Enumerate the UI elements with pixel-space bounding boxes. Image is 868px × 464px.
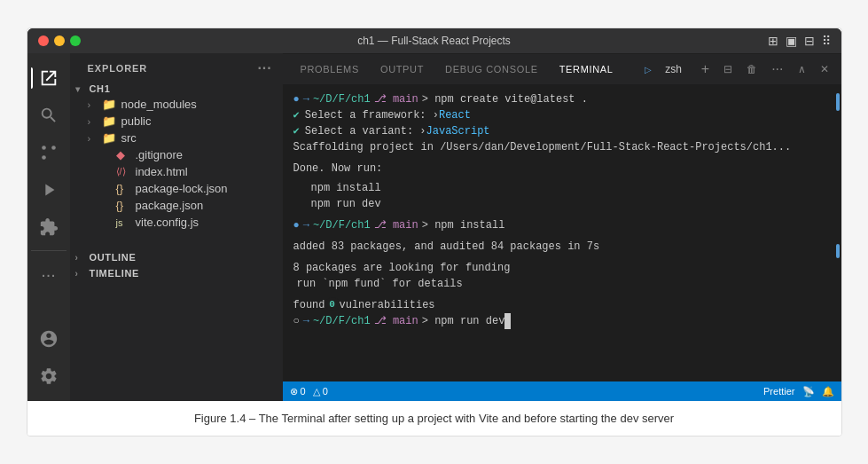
error-icon: ⊗ <box>290 386 298 397</box>
tree-item-node-modules[interactable]: › 📁 node_modules <box>70 96 283 113</box>
outline-chevron: › <box>75 253 90 263</box>
more-icon[interactable]: ⠿ <box>822 34 831 48</box>
svg-point-2 <box>42 145 46 150</box>
panel-tab-controls: ▷ zsh + ⊟ 🗑 ··· ∧ ✕ <box>634 59 834 79</box>
tab-output[interactable]: OUTPUT <box>370 54 434 85</box>
public-label: public <box>121 114 152 128</box>
sidebar: EXPLORER ··· ▾ CH1 › 📁 node_modules › 📁 <box>70 53 283 401</box>
activity-run-icon[interactable] <box>31 172 66 208</box>
terminal-line-2: ✔ Select a framework: › React <box>293 107 831 123</box>
gitignore-label: .gitignore <box>136 148 183 161</box>
split-terminal-icon[interactable]: ⊟ <box>718 61 738 77</box>
package-json-icon: {} <box>116 199 132 212</box>
terminal-line-18: found 0 vulnerabilities <box>293 297 831 313</box>
folder-icon: 📁 <box>102 98 118 111</box>
terminal-content[interactable]: ● → ~/D/F/ch1 ⎇ main > npm create vite@l… <box>283 84 841 381</box>
src-label: src <box>121 131 137 145</box>
tree-item-vite-config[interactable]: js vite.config.js <box>70 214 283 231</box>
editor-layout-icon[interactable]: ▣ <box>786 34 797 48</box>
path-1: ~/D/F/ch1 <box>313 91 371 107</box>
vscode-body: ··· EXPLORER <box>27 53 841 401</box>
panel-collapse-icon[interactable]: ∧ <box>793 61 811 77</box>
activity-explorer-icon[interactable] <box>31 60 66 96</box>
terminal-line-15: 8 packages are looking for funding <box>293 260 831 276</box>
path-11: ~/D/F/ch1 <box>313 217 371 233</box>
tab-debug-console[interactable]: DEBUG CONSOLE <box>434 54 549 85</box>
json-icon: {} <box>116 182 132 195</box>
bullet-11: ● <box>293 217 300 233</box>
terminal-more-icon[interactable]: ··· <box>766 59 788 79</box>
scaffolding-text: Scaffolding project in /Users/dan/Develo… <box>293 139 792 155</box>
maximize-button[interactable] <box>70 35 81 46</box>
window-title: ch1 — Full-Stack React Projects <box>357 35 511 47</box>
branch-19: main <box>393 315 418 327</box>
sidebar-toggle-icon[interactable]: ⊞ <box>768 34 778 48</box>
arrow-11: → <box>303 217 309 233</box>
activity-bar-bottom <box>31 321 66 401</box>
tree-item-public[interactable]: › 📁 public <box>70 113 283 130</box>
close-button[interactable] <box>38 35 49 46</box>
minimize-button[interactable] <box>54 35 65 46</box>
broadcast-icon[interactable]: 📡 <box>802 386 815 397</box>
ch1-section-header[interactable]: ▾ CH1 <box>70 80 283 96</box>
activity-more-icon[interactable]: ··· <box>31 256 66 292</box>
tree-item-gitignore[interactable]: ◆ .gitignore <box>70 146 283 163</box>
activity-bar: ··· <box>27 53 70 401</box>
package-json-label: package.json <box>136 199 204 212</box>
tree-item-package-json[interactable]: {} package.json <box>70 197 283 214</box>
grid-icon[interactable]: ⊟ <box>804 34 815 48</box>
branch-icon-1: ⎇ main <box>374 91 418 107</box>
tab-problems[interactable]: PROBLEMS <box>290 54 370 85</box>
sidebar-more-button[interactable]: ··· <box>258 60 272 76</box>
activity-divider <box>31 250 66 251</box>
branch-icon-11: ⎇ main <box>374 217 418 233</box>
add-terminal-icon[interactable]: + <box>696 59 715 79</box>
prettier-button[interactable]: Prettier <box>763 386 794 397</box>
activity-search-icon[interactable] <box>31 98 66 133</box>
editor-area: PROBLEMS OUTPUT DEBUG CONSOLE TERMINAL ▷ <box>283 53 841 401</box>
terminal-cursor <box>504 313 511 329</box>
git-icon: ◆ <box>116 148 132 161</box>
ch1-chevron-icon: ▾ <box>75 84 90 94</box>
window-title-icons: ⊞ ▣ ⊟ ⠿ <box>768 34 831 48</box>
panel-tabs: PROBLEMS OUTPUT DEBUG CONSOLE TERMINAL ▷ <box>283 53 841 84</box>
traffic-lights <box>38 35 81 46</box>
react-label: React <box>439 107 471 123</box>
checkmark-2: ✔ <box>293 107 300 123</box>
node-modules-label: node_modules <box>121 98 197 111</box>
vite-config-label: vite.config.js <box>136 216 199 229</box>
tree-item-src[interactable]: › 📁 src <box>70 130 283 146</box>
activity-extensions-icon[interactable] <box>31 209 66 245</box>
terminal-line-13: added 83 packages, and audited 84 packag… <box>293 239 831 255</box>
error-count: ⊗ 0 <box>290 386 306 397</box>
timeline-chevron: › <box>75 269 90 279</box>
activity-account-icon[interactable] <box>31 321 66 357</box>
outline-section-header[interactable]: › OUTLINE <box>70 248 283 264</box>
warning-count: △ 0 <box>313 386 328 397</box>
git-branch-symbol-11: ⎇ <box>374 219 387 232</box>
tree-item-package-lock[interactable]: {} package-lock.json <box>70 180 283 197</box>
activity-settings-icon[interactable] <box>31 358 66 394</box>
terminal-line-9: npm run dev <box>293 196 831 212</box>
delete-terminal-icon[interactable]: 🗑 <box>741 61 762 77</box>
branch-11: main <box>393 219 418 232</box>
tab-terminal[interactable]: TERMINAL <box>549 54 624 85</box>
public-folder-icon: 📁 <box>102 114 118 128</box>
tree-item-index-html[interactable]: ⟨/⟩ index.html <box>70 163 283 180</box>
timeline-section-header[interactable]: › TIMELINE <box>70 264 283 280</box>
index-html-label: index.html <box>136 165 188 178</box>
outline-label: OUTLINE <box>90 252 137 263</box>
sidebar-header: EXPLORER ··· <box>70 53 283 80</box>
status-bar-right: Prettier 📡 🔔 <box>763 386 833 397</box>
explorer-label: EXPLORER <box>88 63 148 74</box>
panel-close-icon[interactable]: ✕ <box>815 61 834 77</box>
shell-label: ▷ zsh <box>634 61 692 77</box>
added-packages-text: added 83 packages, and audited 84 packag… <box>293 239 600 255</box>
arrow-1: → <box>303 91 309 107</box>
warning-icon: △ <box>313 386 320 397</box>
activity-source-control-icon[interactable] <box>31 135 66 170</box>
vulnerabilities-text: vulnerabilities <box>340 297 435 313</box>
status-bar-left: ⊗ 0 △ 0 <box>290 386 328 397</box>
notification-bell-icon[interactable]: 🔔 <box>822 386 834 397</box>
terminal-line-4: Scaffolding project in /Users/dan/Develo… <box>293 139 831 155</box>
